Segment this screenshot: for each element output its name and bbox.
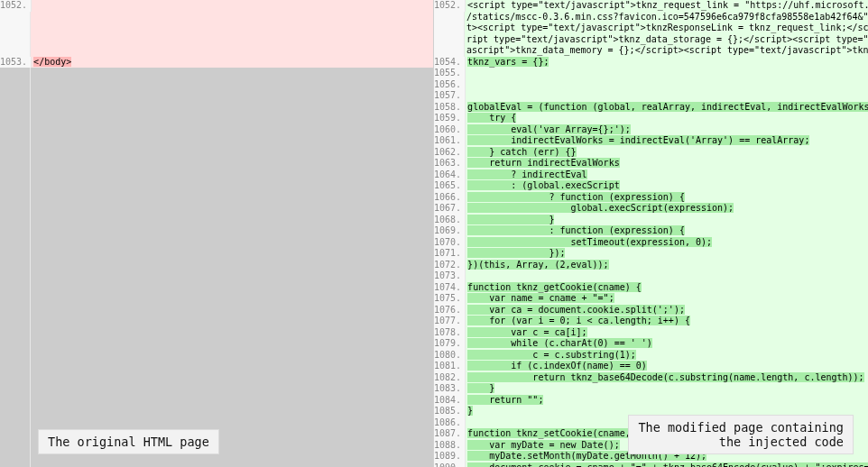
line-text: for (var i = 0; i < ca.length; i++) {	[466, 316, 868, 327]
blank-row	[0, 350, 433, 362]
line-number: 1084.	[434, 395, 466, 407]
blank-row	[0, 395, 433, 407]
diff-row: ascript">tknz_data_memory = {};</script>…	[434, 45, 868, 57]
diff-row: 1068. }	[434, 215, 868, 226]
line-number: 1067.	[434, 203, 466, 215]
line-number: 1052.	[0, 0, 32, 12]
diff-row: 1076. var ca = document.cookie.split(';'…	[434, 305, 868, 316]
blank-row	[0, 417, 433, 429]
diff-row: 1084. return "";	[434, 395, 868, 407]
line-text: });	[466, 248, 868, 260]
line-text	[466, 270, 868, 282]
line-number: 1061.	[434, 135, 466, 147]
line-text: var c = ca[i];	[466, 327, 868, 339]
line-number: 1083.	[434, 383, 466, 395]
line-number: 1077.	[434, 316, 466, 327]
line-text	[32, 0, 433, 12]
line-text: globalEval = (function (global, realArra…	[466, 102, 868, 114]
diff-row: 1072.})(this, Array, (2,eval));	[434, 260, 868, 271]
diff-row: 1063. return indirectEvalWorks	[434, 158, 868, 169]
diff-row: 1081. if (c.indexOf(name) == 0)	[434, 361, 868, 372]
blank-row	[0, 305, 433, 316]
diff-row: 1055.	[434, 68, 868, 79]
blank-row	[0, 327, 433, 339]
line-number: 1072.	[434, 260, 466, 271]
line-number: 1082.	[434, 372, 466, 384]
diff-row: 1070. setTimeout(expression, 0);	[434, 237, 868, 249]
diff-row: 1053.</body>	[0, 57, 433, 69]
diff-row: 1056.	[434, 79, 868, 91]
line-text: ascript">tknz_data_memory = {};</script>…	[465, 45, 868, 57]
blank-row	[0, 203, 433, 215]
line-text	[466, 90, 868, 102]
right-pane[interactable]: 1052.<script type="text/javascript">tknz…	[434, 0, 868, 467]
blank-row	[0, 338, 433, 350]
line-text: if (c.indexOf(name) == 0)	[466, 361, 868, 372]
blank-row	[0, 124, 433, 136]
line-number: 1073.	[434, 270, 466, 282]
left-pane[interactable]: 1052.1053.</body> The original HTML page	[0, 0, 434, 467]
diff-row: 1082. return tknz_base64Decode(c.substri…	[434, 372, 868, 384]
diff-row	[0, 12, 433, 23]
line-text: eval('var Array={};');	[466, 124, 868, 136]
line-text: document.cookie = cname + "=" + tknz_bas…	[466, 462, 868, 468]
line-number: 1070.	[434, 237, 466, 249]
blank-row	[0, 316, 433, 327]
line-number: 1054.	[434, 57, 466, 69]
line-number: 1090.	[434, 462, 466, 468]
line-number: 1074.	[434, 282, 466, 294]
line-number	[434, 34, 465, 46]
diff-row: 1052.<script type="text/javascript">tknz…	[434, 0, 868, 12]
line-number: 1068.	[434, 215, 466, 226]
line-text	[31, 23, 433, 34]
line-number: 1085.	[434, 406, 466, 417]
diff-row: 1090. document.cookie = cname + "=" + tk…	[434, 462, 868, 468]
diff-row: 1069. : function (expression) {	[434, 225, 868, 237]
line-number: 1086.	[434, 417, 466, 429]
line-number: 1060.	[434, 124, 466, 136]
diff-row	[0, 34, 433, 46]
line-text: setTimeout(expression, 0);	[466, 237, 868, 249]
line-number	[0, 12, 31, 23]
line-text: while (c.charAt(0) == ' ')	[466, 338, 868, 350]
diff-row: 1074.function tknz_getCookie(cname) {	[434, 282, 868, 294]
diff-row: 1080. c = c.substring(1);	[434, 350, 868, 362]
blank-row	[0, 225, 433, 237]
diff-row: ript type="text/javascript">tknz_data_st…	[434, 34, 868, 46]
line-text: })(this, Array, (2,eval));	[466, 260, 868, 271]
line-text: var name = cname + "=";	[466, 293, 868, 305]
diff-row: 1077. for (var i = 0; i < ca.length; i++…	[434, 316, 868, 327]
line-number	[0, 45, 31, 57]
blank-row	[0, 361, 433, 372]
line-text: </body>	[32, 57, 433, 69]
diff-row: 1057.	[434, 90, 868, 102]
diff-row: 1058.globalEval = (function (global, rea…	[434, 102, 868, 114]
blank-row	[0, 237, 433, 249]
line-number: 1081.	[434, 361, 466, 372]
diff-row: 1066. ? function (expression) {	[434, 192, 868, 204]
line-text: global.execScript(expression);	[466, 203, 868, 215]
diff-row: 1065. : (global.execScript	[434, 180, 868, 192]
line-number	[434, 12, 465, 23]
line-text: /statics/mscc-0.3.6.min.css?favicon.ico=…	[465, 12, 868, 23]
line-number: 1058.	[434, 102, 466, 114]
line-number	[0, 34, 31, 46]
line-number	[434, 45, 465, 57]
line-number: 1057.	[434, 90, 466, 102]
diff-row: 1061. indirectEvalWorks = indirectEval('…	[434, 135, 868, 147]
line-text: return indirectEvalWorks	[466, 158, 868, 169]
blank-row	[0, 180, 433, 192]
line-number: 1078.	[434, 327, 466, 339]
diff-row: 1060. eval('var Array={};');	[434, 124, 868, 136]
diff-row: /statics/mscc-0.3.6.min.css?favicon.ico=…	[434, 12, 868, 23]
line-number: 1056.	[434, 79, 466, 91]
diff-row: 1078. var c = ca[i];	[434, 327, 868, 339]
line-text: ? function (expression) {	[466, 192, 868, 204]
diff-row	[0, 23, 433, 34]
line-text	[31, 12, 433, 23]
line-number: 1080.	[434, 350, 466, 362]
line-number: 1071.	[434, 248, 466, 260]
line-number: 1052.	[434, 0, 466, 12]
diff-row: 1075. var name = cname + "=";	[434, 293, 868, 305]
diff-row: 1079. while (c.charAt(0) == ' ')	[434, 338, 868, 350]
